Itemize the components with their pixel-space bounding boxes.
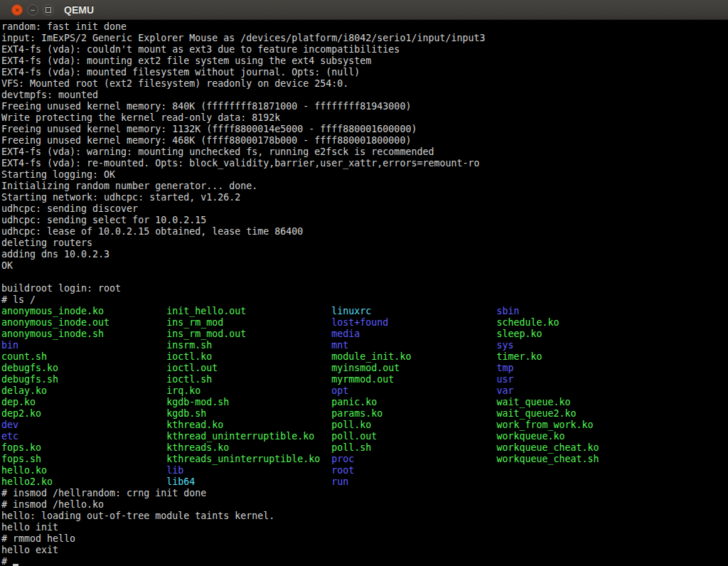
terminal-text: Starting logging: OK (1, 169, 115, 181)
terminal-line: adding dns 10.0.2.3 (1, 249, 728, 260)
terminal-line: bininsrm.shmntsys (1, 340, 728, 351)
terminal-text: dep2.ko (1, 408, 166, 420)
terminal-line: EXT4-fs (vda): warning: mounting uncheck… (1, 146, 728, 158)
terminal-text: lost+found (331, 317, 496, 329)
close-icon[interactable]: ✕ (11, 4, 23, 16)
terminal-text: ins_rm_mod.out (166, 329, 331, 340)
terminal-text: anonymous_inode.out (1, 317, 166, 329)
minimize-icon[interactable]: – (27, 4, 38, 16)
terminal-text: EXT4-fs (vda): mounting ext2 file system… (1, 55, 371, 67)
terminal-line: anonymous_inode.outins_rm_modlost+founds… (1, 317, 728, 329)
terminal-text: Write protecting the kernel read-only da… (1, 112, 280, 124)
terminal-text: sleep.ko (496, 329, 542, 340)
terminal-screen[interactable]: random: fast init doneinput: ImExPS/2 Ge… (0, 20, 728, 566)
terminal-line: anonymous_inode.koinit_hello.outlinuxrcs… (1, 306, 728, 317)
terminal-text: lib64 (166, 476, 331, 488)
terminal-text: kthread_uninterruptible.ko (166, 431, 331, 442)
terminal-text: etc (1, 431, 166, 442)
terminal-text: anonymous_inode.ko (1, 306, 166, 317)
terminal-line: buildroot login: root (1, 283, 728, 294)
terminal-text: fops.sh (1, 454, 166, 465)
terminal-line: Write protecting the kernel read-only da… (1, 112, 728, 124)
terminal-text: workqueue_cheat.sh (496, 454, 599, 465)
terminal-text: deleting routers (1, 237, 92, 249)
terminal-text: ioctl.out (166, 363, 331, 374)
terminal-text: kthreads_uninterruptible.ko (166, 454, 331, 465)
window-titlebar[interactable]: ✕ – QEMU (0, 0, 728, 20)
terminal-text: udhcpc: sending discover (1, 203, 138, 215)
terminal-text: sys (496, 340, 513, 351)
terminal-line: Starting logging: OK (1, 169, 728, 181)
terminal-line: Freeing unused kernel memory: 1132K (fff… (1, 124, 728, 135)
terminal-text: # (1, 556, 13, 566)
terminal-line: EXT4-fs (vda): mounted filesystem withou… (1, 67, 728, 78)
terminal-text: media (331, 329, 496, 340)
terminal-line: hello2.kolib64run (1, 476, 728, 488)
maximize-icon[interactable] (43, 4, 54, 16)
terminal-line: devkthread.kopoll.kowork_from_work.ko (1, 420, 728, 431)
terminal-text: params.ko (331, 408, 496, 420)
terminal-text: Initializing random number generator... … (1, 181, 257, 192)
terminal-text: hello exit (1, 545, 58, 556)
terminal-line: # rmmod hello (1, 533, 728, 545)
terminal-text: dev (1, 420, 166, 431)
terminal-text: hello2.ko (1, 476, 166, 488)
terminal-text: workqueue.ko (496, 431, 564, 442)
terminal-text: irq.ko (166, 385, 331, 397)
terminal-line: Freeing unused kernel memory: 840K (ffff… (1, 101, 728, 112)
terminal-text: # insmod /hello.ko (1, 499, 104, 511)
terminal-text: mnt (331, 340, 496, 351)
terminal-text: devtmpfs: mounted (1, 90, 98, 101)
terminal-text: myrmmod.out (331, 374, 496, 385)
terminal-text: debugfs.sh (1, 374, 166, 385)
terminal-text: kthread.ko (166, 420, 331, 431)
terminal-line: input: ImExPS/2 Generic Explorer Mouse a… (1, 33, 728, 44)
terminal-text: module_init.ko (331, 351, 496, 363)
terminal-text: init_hello.out (166, 306, 331, 317)
terminal-text: EXT4-fs (vda): mounted filesystem withou… (1, 67, 360, 78)
terminal-text: anonymous_inode.sh (1, 329, 166, 340)
terminal-text: delay.ko (1, 385, 166, 397)
terminal-line: EXT4-fs (vda): couldn't mount as ext3 du… (1, 44, 728, 55)
terminal-text: adding dns 10.0.2.3 (1, 249, 109, 260)
terminal-text: # ls / (1, 294, 36, 306)
terminal-line: udhcpc: lease of 10.0.2.15 obtained, lea… (1, 226, 728, 237)
terminal-text: wait_queue2.ko (496, 408, 576, 420)
terminal-line: # ls / (1, 294, 728, 306)
terminal-text: debugfs.ko (1, 363, 166, 374)
terminal-text: sbin (496, 306, 519, 317)
terminal-text: linuxrc (331, 306, 496, 317)
terminal-text: root (331, 465, 354, 476)
terminal-text: bin (1, 340, 166, 351)
terminal-line: # (1, 556, 728, 566)
terminal-text: hello init (1, 522, 58, 533)
terminal-line: dep.kokgdb-mod.shpanic.kowait_queue.ko (1, 397, 728, 408)
terminal-text: Freeing unused kernel memory: 1132K (fff… (1, 124, 417, 135)
terminal-text: insrm.sh (166, 340, 331, 351)
terminal-text: fops.ko (1, 442, 166, 454)
qemu-window: ✕ – QEMU random: fast init doneinput: Im… (0, 0, 728, 566)
terminal-line: Freeing unused kernel memory: 468K (ffff… (1, 135, 728, 146)
terminal-text: EXT4-fs (vda): re-mounted. Opts: block_v… (1, 158, 479, 169)
terminal-text: tmp (496, 363, 513, 374)
terminal-text: poll.out (331, 431, 496, 442)
terminal-text: workqueue_cheat.ko (496, 442, 599, 454)
terminal-line: EXT4-fs (vda): mounting ext2 file system… (1, 55, 728, 67)
terminal-line: devtmpfs: mounted (1, 90, 728, 101)
terminal-text: Freeing unused kernel memory: 840K (ffff… (1, 101, 411, 112)
terminal-line: Initializing random number generator... … (1, 181, 728, 192)
terminal-line: hello exit (1, 545, 728, 556)
terminal-text: hello.ko (1, 465, 166, 476)
terminal-line: hello: loading out-of-tree module taints… (1, 511, 728, 522)
terminal-text: Freeing unused kernel memory: 468K (ffff… (1, 135, 411, 146)
terminal-line: dep2.kokgdb.shparams.kowait_queue2.ko (1, 408, 728, 420)
terminal-text: kgdb-mod.sh (166, 397, 331, 408)
terminal-text: EXT4-fs (vda): couldn't mount as ext3 du… (1, 44, 400, 55)
terminal-line: udhcpc: sending select for 10.0.2.15 (1, 215, 728, 226)
terminal-line: anonymous_inode.shins_rm_mod.outmediasle… (1, 329, 728, 340)
terminal-text: OK (1, 260, 13, 272)
terminal-text: EXT4-fs (vda): warning: mounting uncheck… (1, 146, 434, 158)
window-title: QEMU (64, 4, 94, 16)
terminal-text: timer.ko (496, 351, 542, 363)
terminal-line: OK (1, 260, 728, 272)
